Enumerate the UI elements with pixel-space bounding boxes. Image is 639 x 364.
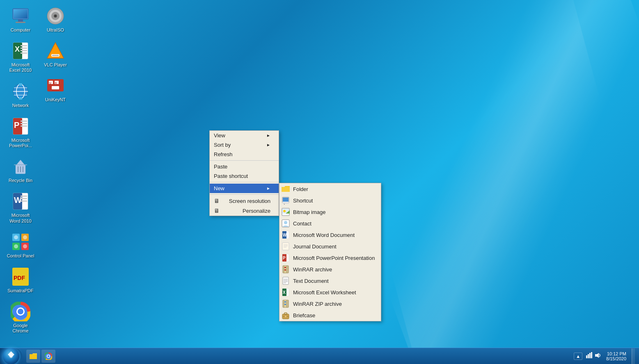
svg-rect-105	[285, 316, 286, 317]
svg-rect-62	[52, 86, 59, 89]
show-desktop-button[interactable]	[632, 348, 635, 364]
svg-text:W: W	[14, 196, 22, 205]
google-chrome-icon	[11, 302, 30, 321]
desktop-icon-network[interactable]: Network	[4, 80, 37, 110]
desktop-icon-word[interactable]: W Microsoft Word 2010	[4, 189, 37, 225]
svg-text:P: P	[14, 121, 19, 130]
submenu-winrar-archive[interactable]: WinRAR archive	[279, 264, 381, 275]
start-orb-icon	[3, 348, 19, 364]
svg-point-75	[284, 221, 287, 224]
desktop-icon-vlc-player[interactable]: VLC Player	[39, 39, 72, 70]
paste-shortcut-label: Paste shortcut	[214, 173, 248, 179]
vlc-player-icon-label: VLC Player	[44, 62, 67, 68]
svg-marker-69	[284, 204, 285, 205]
desktop-icon-control-panel[interactable]: Control Panel	[4, 230, 37, 261]
desktop-icon-excel[interactable]: X Microsoft Excel 2010	[4, 39, 37, 75]
submenu-powerpoint[interactable]: P Microsoft PowerPoint Presentation	[279, 252, 381, 264]
svg-point-42	[23, 235, 27, 239]
submenu-bitmap-image[interactable]: Bitmap image	[279, 206, 381, 218]
system-clock[interactable]: 10:12 PM 8/15/2020	[604, 351, 628, 361]
taskbar-item-folder[interactable]	[26, 350, 40, 363]
excel-worksheet-icon-sm: X	[282, 288, 290, 296]
svg-rect-103	[284, 313, 287, 314]
desktop-icon-sumatra-pdf[interactable]: PDF SumatraPDF	[4, 265, 37, 296]
winrar-zip-icon-sm	[282, 300, 290, 308]
control-panel-icon-label: Control Panel	[7, 253, 34, 259]
word-icon: W	[11, 191, 30, 211]
winrar-zip-label: WinRAR ZIP archive	[293, 301, 342, 307]
submenu-excel-worksheet[interactable]: X Microsoft Excel Worksheet	[279, 287, 381, 298]
submenu-text-document[interactable]: Text Document	[279, 275, 381, 287]
context-menu-main: View ► Sort by ► Refresh Paste Paste sho…	[209, 130, 279, 216]
ultraiso-icon	[46, 6, 65, 26]
submenu-journal-document[interactable]: Journal Document	[279, 241, 381, 252]
svg-rect-4	[16, 22, 25, 23]
submenu-winrar-zip[interactable]: WinRAR ZIP archive	[279, 298, 381, 309]
control-panel-icon	[11, 232, 30, 252]
unikey-icon-label: UniKeyNT	[45, 97, 66, 102]
svg-text:PDF: PDF	[14, 275, 25, 281]
svg-rect-22	[21, 121, 27, 122]
text-doc-icon-sm	[282, 277, 290, 285]
word-doc-icon-sm: W	[282, 231, 290, 239]
desktop-icon-recycle-bin[interactable]: Recycle Bin	[4, 155, 37, 185]
svg-rect-10	[21, 50, 27, 51]
submenu-folder[interactable]: Folder	[279, 183, 381, 195]
winrar-icon-sm	[282, 265, 290, 273]
svg-point-50	[18, 309, 23, 314]
excel-icon: X	[11, 41, 30, 61]
start-button[interactable]	[0, 348, 22, 364]
context-menu-refresh[interactable]: Refresh	[210, 150, 279, 159]
tray-icons	[586, 352, 601, 360]
recycle-bin-icon	[11, 157, 30, 176]
desktop-icon-google-chrome[interactable]: Google Chrome	[4, 300, 37, 336]
taskbar-items	[24, 348, 570, 364]
tray-network-icon[interactable]	[586, 352, 592, 360]
desktop-icon-computer[interactable]: Computer	[4, 4, 37, 35]
ppt-icon-sm: P	[282, 254, 290, 262]
screen-resolution-label: Screen resolution	[229, 198, 270, 204]
text-document-label: Text Document	[293, 278, 329, 284]
contact-label: Contact	[293, 221, 311, 227]
sort-by-label: Sort by	[214, 142, 231, 148]
submenu-contact[interactable]: Contact	[279, 218, 381, 229]
excel-worksheet-label: Microsoft Excel Worksheet	[293, 289, 356, 296]
submenu-shortcut[interactable]: Shortcut	[279, 195, 381, 206]
powerpoint-label: Microsoft PowerPoint Presentation	[293, 255, 375, 261]
computer-icon	[11, 6, 30, 26]
folder-icon-sm	[282, 185, 290, 193]
context-menu-personalize[interactable]: 🖥 Personalize	[210, 206, 279, 216]
desktop-icon-powerpoint[interactable]: P Microsoft PowerPoi...	[4, 114, 37, 150]
recycle-bin-icon-label: Recycle Bin	[9, 178, 32, 183]
context-menu-view[interactable]: View ►	[210, 131, 279, 140]
desktop-icon-ultraiso[interactable]: UltraISO	[39, 4, 72, 35]
svg-rect-3	[18, 19, 23, 22]
context-menu-sort-by[interactable]: Sort by ►	[210, 140, 279, 150]
view-label: View	[214, 132, 225, 139]
svg-rect-110	[586, 355, 587, 358]
desktop-icon-unikey[interactable]: U K UniKeyNT	[39, 74, 72, 105]
svg-text:K: K	[55, 82, 57, 84]
svg-point-106	[9, 354, 13, 358]
svg-point-44	[23, 244, 27, 248]
taskbar-item-chrome[interactable]	[41, 350, 55, 363]
taskbar: ▲ 10:12 PM 8/15/2020	[0, 348, 639, 364]
tray-expand-button[interactable]: ▲	[574, 353, 582, 360]
svg-rect-18	[19, 97, 22, 100]
submenu-word-document[interactable]: W Microsoft Word Document	[279, 229, 381, 241]
context-menu-paste-shortcut[interactable]: Paste shortcut	[210, 171, 279, 181]
context-menu-new[interactable]: New ►	[210, 184, 279, 193]
svg-text:P: P	[283, 256, 286, 260]
svg-point-43	[14, 244, 18, 248]
context-menu-paste[interactable]: Paste	[210, 162, 279, 171]
winrar-archive-label: WinRAR archive	[293, 266, 332, 273]
svg-rect-11	[21, 52, 27, 54]
context-menu-screen-resolution[interactable]: 🖥 Screen resolution	[210, 196, 279, 206]
clock-date: 8/15/2020	[606, 356, 626, 361]
journal-label: Journal Document	[293, 243, 337, 250]
sumatra-pdf-icon: PDF	[11, 267, 30, 287]
svg-rect-90	[283, 277, 289, 284]
svg-text:W: W	[283, 233, 287, 237]
submenu-briefcase[interactable]: Briefcase	[279, 309, 381, 321]
tray-volume-icon[interactable]	[594, 352, 601, 360]
